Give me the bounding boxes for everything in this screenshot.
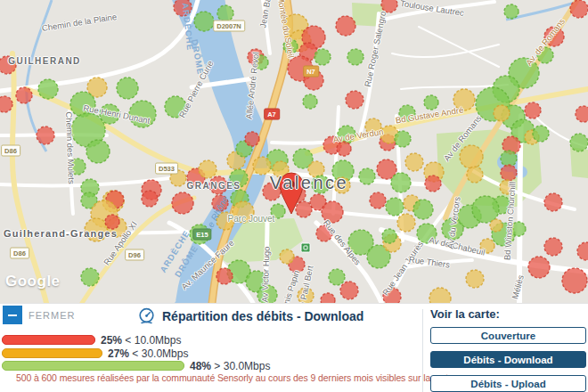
measurement-dot [105, 215, 119, 229]
legend-row: 48% > 30.0Mbps [2, 361, 270, 371]
measurement-dot [391, 173, 411, 192]
measurement-dot [490, 219, 502, 232]
measurement-dot [425, 176, 441, 192]
road-badge: E15 [192, 229, 211, 241]
measurement-dot [321, 293, 335, 303]
measurement-dot [280, 249, 294, 264]
map-label: Guilherand-Granges [4, 228, 118, 239]
map-label: GUILHERAND [8, 56, 81, 66]
measurement-dot [429, 288, 451, 303]
measurement-dot [217, 5, 233, 21]
measurement-dot [504, 4, 519, 19]
station-icon [301, 243, 311, 253]
measurement-dot [314, 49, 331, 65]
legend-bar [2, 361, 184, 371]
measurement-dot [501, 165, 517, 181]
measurement-dot [460, 145, 483, 168]
map-label: Valence [270, 173, 348, 193]
measurement-dot [466, 270, 484, 288]
measurement-dot [38, 79, 58, 99]
legend-label: 48% > 30.0Mbps [190, 360, 270, 372]
measurement-dot [395, 131, 411, 147]
measurement-dot [329, 269, 345, 285]
panel-title: Répartition des débits - Download [162, 309, 363, 323]
map-type-button-d-bits-upload[interactable]: Débits - Upload [430, 375, 586, 392]
legend-row: 25% < 10.0Mbps [2, 335, 181, 345]
measurement-dot [405, 153, 423, 171]
map-type-button-couverture[interactable]: Couverture [430, 327, 586, 344]
legend-bar [2, 348, 102, 358]
panel-divider [422, 309, 423, 392]
measurement-dot [296, 201, 312, 217]
results-panel: FERMER Répartition des débits - Download… [0, 303, 588, 392]
measurements-note: 500 à 600 mesures réalisées par la commu… [16, 372, 456, 383]
map-label: Parc Jouvet [228, 214, 275, 224]
road-badge: A7 [264, 109, 280, 120]
measurement-dot [245, 132, 259, 146]
map-type-sidebar: Voir la carte: CouvertureDébits - Downlo… [430, 307, 586, 392]
measurement-dot [142, 191, 158, 207]
measurement-dot [467, 167, 483, 183]
legend-label: 27% < 30.0Mbps [108, 347, 188, 360]
measurement-dot [544, 193, 562, 211]
legend-row: 27% < 30.0Mbps [2, 348, 188, 358]
measurement-dot [347, 49, 363, 65]
measurement-dot [199, 160, 216, 178]
measurement-dot [337, 142, 351, 156]
sidebar-heading: Voir la carte: [430, 307, 586, 321]
measurement-dot [346, 91, 363, 109]
legend-label: 25% < 10.0Mbps [101, 334, 181, 347]
measurement-dot [16, 87, 32, 103]
road-badge: N7 [303, 66, 319, 78]
map-type-button-d-bits-download[interactable]: Débits - Download [430, 351, 586, 368]
measurement-dot [397, 214, 415, 232]
road-badge: D86 [1, 145, 20, 157]
measurement-dot [117, 78, 138, 99]
measurement-dot [336, 16, 355, 36]
measurement-dot [413, 200, 433, 219]
road-badge: D86 [10, 248, 29, 259]
measurement-dot [253, 157, 271, 175]
measurement-dot [359, 168, 375, 184]
measurement-dot [382, 229, 396, 243]
measurement-dot [528, 257, 550, 278]
measurement-dot [194, 12, 214, 31]
measurement-dot [525, 102, 541, 118]
measurement-dot [570, 134, 588, 151]
measurement-dot [577, 242, 588, 260]
measurement-dot [544, 238, 562, 256]
measurement-dot [0, 96, 12, 112]
road-badge: D533 [155, 163, 178, 175]
measurement-dot [424, 95, 438, 110]
measurement-dot [386, 198, 404, 216]
speedtest-map-app: Chemin de la PlaineGUILHERANDGuilherand-… [0, 0, 588, 392]
minus-icon [3, 306, 22, 324]
map-type-buttons: CouvertureDébits - DownloadDébits - Uplo… [430, 327, 586, 392]
measurement-dot [322, 201, 343, 223]
measurement-dot [494, 105, 510, 121]
measurement-dot [562, 268, 587, 293]
fermer-label: FERMER [29, 310, 75, 321]
fermer-button[interactable]: FERMER [3, 306, 75, 324]
map-label: Av Victor Hugo [259, 246, 271, 302]
measurement-dot [172, 192, 193, 214]
map-canvas[interactable]: Chemin de la PlaineGUILHERANDGuilherand-… [0, 0, 588, 303]
legend-bar [2, 335, 95, 345]
measurement-dot [340, 282, 358, 299]
map-label: GRANGES [186, 181, 241, 191]
gauge-icon [138, 307, 155, 324]
measurement-dot [86, 140, 110, 163]
measurement-dot [570, 0, 588, 18]
measurement-dot [533, 126, 549, 142]
measurement-dot [370, 192, 386, 208]
measurement-dot [216, 268, 233, 284]
measurement-dot [81, 268, 99, 286]
measurement-dot [37, 127, 54, 144]
measurement-dot [303, 94, 317, 109]
road-badge: D96 [125, 249, 144, 261]
google-logo[interactable]: Google [5, 273, 61, 290]
panel-title-block: Répartition des débits - Download [138, 307, 363, 324]
measurement-dot [576, 106, 588, 122]
road-badge: D2007N [213, 20, 245, 32]
